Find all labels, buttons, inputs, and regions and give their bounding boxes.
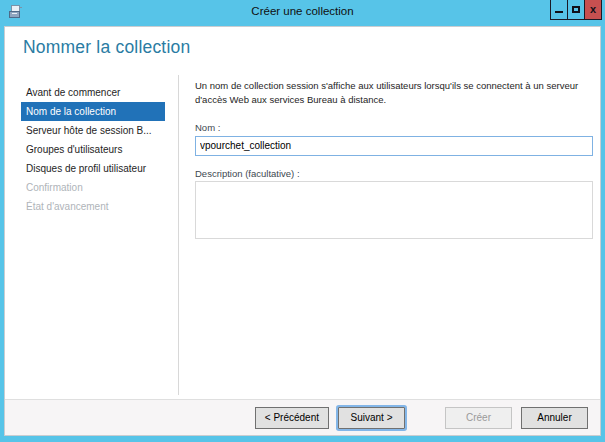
close-icon: x: [590, 4, 596, 15]
sidebar-item-groupes-utilisateurs[interactable]: Groupes d'utilisateurs: [21, 140, 165, 159]
maximize-icon: [572, 6, 580, 13]
previous-button[interactable]: < Précédent: [255, 407, 329, 429]
wizard-steps-sidebar: Avant de commencer Nom de la collection …: [21, 83, 165, 216]
wizard-client-area: Nommer la collection Avant de commencer …: [4, 26, 601, 436]
window-controls: x: [551, 0, 602, 20]
wizard-content: Un nom de collection session s'affiche a…: [195, 79, 593, 243]
description-field-label: Description (facultative) :: [195, 168, 593, 179]
minimize-button[interactable]: [550, 0, 568, 20]
next-button[interactable]: Suivant >: [338, 407, 405, 429]
create-button: Créer: [445, 407, 512, 429]
window-title: Créer une collection: [0, 5, 605, 17]
sidebar-item-avant-de-commencer[interactable]: Avant de commencer: [21, 83, 165, 102]
titlebar: Créer une collection x: [0, 0, 605, 26]
sidebar-item-confirmation: Confirmation: [21, 178, 165, 197]
sidebar-item-nom-de-la-collection[interactable]: Nom de la collection: [21, 102, 165, 121]
collection-name-input[interactable]: [195, 136, 593, 156]
name-field-label: Nom :: [195, 122, 593, 133]
collection-description-textarea[interactable]: [195, 181, 593, 239]
sidebar-item-serveur-hote[interactable]: Serveur hôte de session B...: [21, 121, 165, 140]
sidebar-item-etat-avancement: État d'avancement: [21, 197, 165, 216]
page-title: Nommer la collection: [23, 37, 190, 58]
cancel-button[interactable]: Annuler: [521, 407, 588, 429]
wizard-footer: < Précédent Suivant > Créer Annuler: [5, 399, 600, 435]
sidebar-divider: [178, 75, 179, 395]
wizard-window: Créer une collection x Nommer la collect…: [0, 0, 605, 442]
close-button[interactable]: x: [584, 0, 602, 20]
maximize-button[interactable]: [567, 0, 585, 20]
minimize-icon: [555, 11, 563, 13]
collection-name-description-text: Un nom de collection session s'affiche a…: [195, 79, 593, 107]
sidebar-item-disques-profil[interactable]: Disques de profil utilisateur: [21, 159, 165, 178]
